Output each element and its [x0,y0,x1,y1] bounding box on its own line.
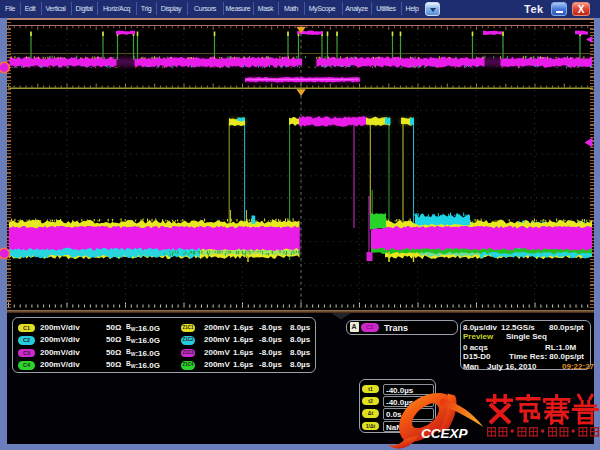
svg-text:CCEXP: CCEXP [421,426,469,441]
